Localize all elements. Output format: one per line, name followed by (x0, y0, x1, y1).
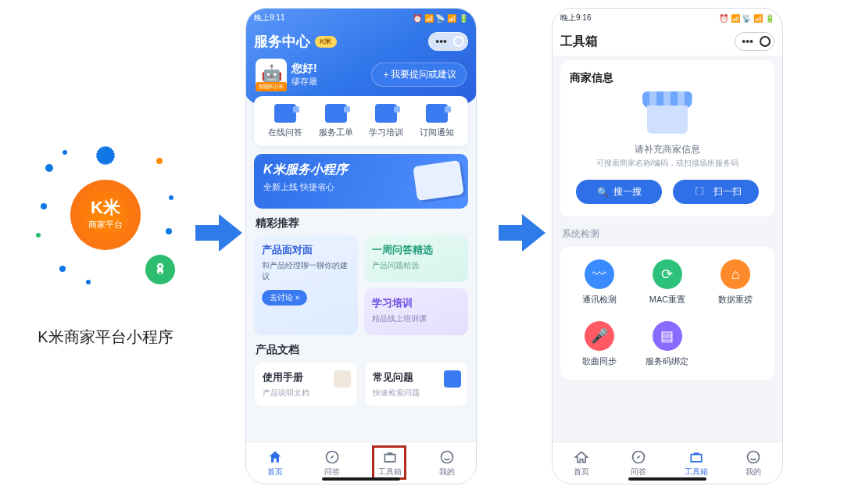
quick-service-ticket[interactable]: 服务工单 (313, 104, 360, 138)
app-title: 服务中心 K米 (254, 32, 337, 51)
status-bar: 晚上9:16 ⏰ 📶 📡 📶 🔋 (553, 9, 782, 27)
sys-item-2[interactable]: ⌂数据重捞 (702, 259, 770, 306)
rec-weekly-qa[interactable]: 一周问答精选 产品问题精选 (364, 235, 468, 282)
capsule-buttons: ••• (428, 32, 468, 51)
capsule-close-icon[interactable] (760, 36, 771, 47)
rec-b-sub: 产品问题精选 (372, 260, 460, 271)
qr-panel: K米 商家平台 K米商家平台小程序 (23, 141, 188, 348)
tab-home[interactable]: 首页 (553, 449, 610, 477)
search-icon: 🔍 (597, 187, 609, 198)
rec-a-title: 产品面对面 (262, 243, 350, 257)
folder-icon (426, 104, 448, 123)
book-icon (375, 104, 397, 123)
tab-qa[interactable]: 问答 (610, 449, 668, 477)
tab-mine[interactable]: 我的 (419, 449, 477, 477)
logo-subtext: 商家平台 (88, 219, 123, 231)
svg-point-3 (748, 451, 760, 463)
rec-training[interactable]: 学习培训 精品线上培训课 (364, 288, 468, 335)
phone-screen-toolbox: 晚上9:16 ⏰ 📶 📡 📶 🔋 工具箱 ••• 商家信息 请补充商家信息 可搜… (552, 8, 783, 484)
page-title: 工具箱 (560, 34, 598, 50)
smile-icon (746, 449, 761, 465)
merchant-hint-2: 可搜索商家名称/编码，或扫描场所服务码 (570, 158, 765, 169)
doc-a-sub: 产品说明文档 (263, 388, 349, 399)
svg-point-1 (442, 451, 453, 463)
status-time: 晚上9:11 (254, 13, 284, 23)
qa-icon (444, 370, 461, 388)
sys-item-icon: ▤ (653, 321, 682, 351)
compass-icon (324, 449, 340, 465)
status-bar: 晚上9:11 ⏰ 📶 📡 📶 🔋 (246, 9, 476, 27)
status-icons: ⏰ 📶 📡 📶 🔋 (413, 14, 468, 23)
ask-question-button[interactable]: ＋我要提问或建议 (371, 63, 467, 87)
system-check-label: 系统检测 (562, 227, 773, 241)
section-recommend-title: 精彩推荐 (256, 216, 467, 231)
quick-online-qa[interactable]: 在线问答 (262, 104, 309, 138)
tab-bar: 首页 问答 工具箱 我的 (246, 441, 476, 484)
sys-item-icon: 〰 (585, 259, 614, 289)
section-docs-title: 产品文档 (256, 343, 467, 357)
capsule-menu-icon[interactable]: ••• (432, 36, 450, 47)
doc-manual[interactable]: 使用手册 产品说明文档 (254, 362, 358, 407)
sys-item-3[interactable]: 🎤歌曲同步 (565, 321, 633, 367)
search-merchant-button[interactable]: 🔍 搜一搜 (576, 180, 662, 204)
tab-home[interactable]: 首页 (246, 449, 304, 477)
manual-icon (334, 370, 351, 388)
home-indicator (628, 477, 706, 481)
greeting-row: 🤖 您好! 缪存晟 ＋我要提问或建议 (254, 55, 468, 96)
status-icons: ⏰ 📶 📡 📶 🔋 (719, 14, 774, 23)
tab-qa[interactable]: 问答 (304, 449, 362, 477)
doc-b-sub: 快速检索问题 (373, 388, 460, 399)
rec-c-title: 学习培训 (372, 296, 460, 310)
logo-text: K米 (91, 199, 120, 216)
scan-icon: 〔〕 (690, 185, 709, 198)
doc-faq[interactable]: 常见问题 快速检索问题 (364, 362, 468, 407)
promo-banner[interactable]: K米服务小程序 全新上线 快捷省心 (254, 154, 468, 209)
home-indicator (322, 477, 400, 481)
merchant-title: 商家信息 (570, 71, 765, 85)
quick-subscribe[interactable]: 订阅通知 (413, 104, 461, 138)
sys-item-icon: 🎤 (585, 321, 614, 351)
shop-icon (642, 91, 692, 134)
arrow-right-icon (195, 211, 242, 255)
sys-item-4[interactable]: ▤服务码绑定 (633, 321, 701, 367)
scan-merchant-button[interactable]: 〔〕 扫一扫 (673, 180, 759, 204)
smile-icon (439, 449, 455, 465)
merchant-hint-1: 请补充商家信息 (570, 143, 765, 156)
sys-item-1[interactable]: ⟳MAC重置 (633, 259, 701, 306)
tab-bar: 首页 问答 工具箱 我的 (553, 441, 782, 484)
mini-program-qr[interactable]: K米 商家平台 (31, 141, 180, 289)
compass-icon (631, 449, 646, 465)
status-time: 晚上9:16 (560, 13, 591, 23)
home-icon (267, 449, 283, 465)
rec-a-go-button[interactable]: 去讨论 » (262, 290, 307, 306)
quick-actions-card: 在线问答 服务工单 学习培训 订阅通知 (254, 96, 468, 146)
rec-b-title: 一周问答精选 (372, 243, 460, 257)
ticket-icon (325, 104, 347, 123)
capsule-menu-icon[interactable]: ••• (738, 36, 756, 47)
qr-caption: K米商家平台小程序 (23, 327, 188, 348)
rec-a-sub: 和产品经理聊一聊你的建议 (262, 260, 350, 282)
title-badge: K米 (315, 36, 337, 48)
monitor-icon (274, 104, 296, 123)
tab-mine[interactable]: 我的 (725, 449, 783, 477)
bot-avatar-icon: 🤖 (256, 59, 287, 90)
briefcase-icon (688, 449, 704, 465)
banner-card-graphic (413, 160, 464, 201)
merchant-info-card: 商家信息 请补充商家信息 可搜索商家名称/编码，或扫描场所服务码 🔍 搜一搜 〔… (560, 60, 774, 216)
rec-product-faceoff[interactable]: 产品面对面 和产品经理聊一聊你的建议 去讨论 » (254, 235, 358, 335)
tab-toolbox[interactable]: 工具箱 (361, 449, 419, 477)
tab-toolbox[interactable]: 工具箱 (667, 449, 725, 477)
sys-item-icon: ⌂ (721, 259, 750, 289)
arrow-right-icon (499, 211, 545, 255)
briefcase-icon (382, 449, 398, 465)
sys-item-0[interactable]: 〰通讯检测 (565, 259, 633, 306)
system-tools-card: 〰通讯检测⟳MAC重置⌂数据重捞🎤歌曲同步▤服务码绑定 (560, 247, 774, 380)
quick-training[interactable]: 学习培训 (363, 104, 410, 138)
miniprogram-titlebar: 工具箱 ••• (553, 27, 782, 55)
greeting-username: 缪存晟 (291, 76, 317, 88)
qr-center-logo: K米 商家平台 (70, 180, 141, 250)
rec-c-sub: 精品线上培训课 (372, 313, 460, 324)
greeting-hi: 您好! (291, 62, 317, 76)
miniprogram-clover-icon (145, 255, 175, 284)
capsule-close-icon[interactable] (453, 36, 464, 47)
